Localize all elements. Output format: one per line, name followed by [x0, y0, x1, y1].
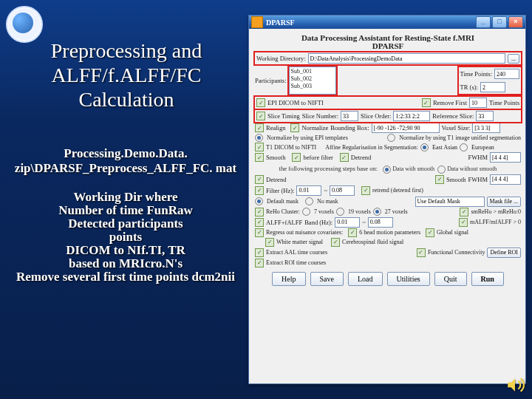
- headmotion-checkbox[interactable]: ✓: [348, 228, 357, 237]
- detrend-checkbox[interactable]: ✓: [340, 153, 349, 162]
- voxel-size-input[interactable]: [472, 123, 500, 133]
- detrend2-checkbox[interactable]: ✓: [255, 175, 264, 184]
- define-roi-button[interactable]: Define ROI: [487, 248, 521, 258]
- working-dir-label: Working Directory:: [256, 55, 306, 62]
- slice-order-input[interactable]: [393, 111, 430, 121]
- fwhm-input[interactable]: [490, 152, 521, 163]
- save-button[interactable]: Save: [310, 272, 344, 286]
- quit-button[interactable]: Quit: [434, 272, 467, 286]
- realign-checkbox[interactable]: ✓: [255, 123, 264, 132]
- filter-retrend-checkbox[interactable]: ✓: [361, 186, 370, 195]
- band-high-input[interactable]: [368, 217, 393, 228]
- filter-checkbox[interactable]: ✓: [255, 186, 264, 195]
- malff-checkbox[interactable]: ✓: [459, 218, 468, 227]
- participants-label: Participants:: [255, 77, 287, 84]
- slide-filepath: Processing.Demo.Data. zip\DPARSF_Preproc…: [7, 146, 244, 176]
- alff-checkbox[interactable]: ✓: [255, 218, 264, 227]
- smooth-checkbox[interactable]: ✓: [255, 153, 264, 162]
- fwhm2-input[interactable]: [490, 174, 521, 185]
- affine-euro-radio[interactable]: [460, 143, 468, 151]
- smooth-before-filter-checkbox[interactable]: ✓: [292, 153, 301, 162]
- regress-checkbox[interactable]: ✓: [255, 228, 264, 237]
- globalsignal-checkbox[interactable]: ✓: [426, 228, 434, 237]
- fc-checkbox[interactable]: ✓: [417, 248, 426, 257]
- reho-19-radio[interactable]: [336, 208, 344, 216]
- base-nosmooth-radio[interactable]: [437, 166, 446, 174]
- aal-checkbox[interactable]: ✓: [255, 248, 264, 257]
- normalize-epi-radio[interactable]: [255, 134, 263, 142]
- matlab-icon: [251, 16, 263, 28]
- working-dir-input[interactable]: [308, 53, 505, 64]
- remove-first-checkbox[interactable]: ✓: [422, 98, 431, 107]
- time-points-label: Time Points:: [460, 70, 492, 78]
- close-button[interactable]: ×: [508, 16, 523, 28]
- tr-label: TR (s):: [460, 83, 478, 91]
- slice-number-input[interactable]: [341, 111, 358, 121]
- base-smooth-radio[interactable]: [383, 166, 391, 174]
- normalize-t1-radio[interactable]: [387, 134, 395, 142]
- audio-icon: [505, 375, 525, 395]
- smooth2-checkbox[interactable]: ✓: [435, 175, 444, 184]
- slice-timing-checkbox[interactable]: ✓: [256, 112, 265, 120]
- window-titlebar: DPARSF _ □ ×: [249, 16, 525, 29]
- reho-7-radio[interactable]: [302, 208, 310, 216]
- load-button[interactable]: Load: [348, 272, 383, 286]
- dparsf-window: DPARSF _ □ × Data Processing Assistant f…: [248, 15, 526, 384]
- band-low-input[interactable]: [335, 217, 360, 228]
- normalize-checkbox[interactable]: ✓: [290, 123, 299, 132]
- extract-roi-checkbox[interactable]: ✓: [255, 259, 264, 267]
- participants-list[interactable]: Sub_001 Sub_002 Sub_003: [289, 66, 336, 95]
- user-mask-input[interactable]: [415, 197, 485, 207]
- reho-checkbox[interactable]: ✓: [255, 208, 264, 216]
- t1-dicom-checkbox[interactable]: ✓: [255, 143, 264, 151]
- separator-text: the following processing steps base on: …: [255, 165, 521, 174]
- csf-checkbox[interactable]: ✓: [331, 238, 340, 247]
- university-logo: [6, 6, 43, 43]
- filter-high-input[interactable]: [330, 185, 355, 196]
- help-button[interactable]: Help: [272, 272, 305, 286]
- bounding-box-input[interactable]: [372, 123, 440, 133]
- whitematter-checkbox[interactable]: ✓: [265, 238, 274, 247]
- run-button[interactable]: Run: [471, 272, 504, 286]
- tr-input[interactable]: [480, 82, 505, 92]
- reference-slice-input[interactable]: [476, 111, 494, 121]
- no-mask-radio[interactable]: [305, 197, 313, 205]
- slide-notes: Working Dir where Number of time FunRaw …: [7, 191, 244, 284]
- epi-dicom-checkbox[interactable]: ✓: [256, 98, 265, 107]
- working-dir-browse-button[interactable]: ...: [508, 54, 519, 64]
- mask-browse-button[interactable]: Mask file ...: [487, 197, 521, 207]
- minimize-button[interactable]: _: [476, 16, 491, 28]
- smreho-checkbox[interactable]: ✓: [460, 208, 468, 216]
- utilities-button[interactable]: Utilities: [387, 272, 430, 286]
- app-subheading: DPARSF: [255, 41, 521, 50]
- reho-27-radio[interactable]: [373, 208, 381, 216]
- slide-title: Preprocessing and ALFF/f.ALFF/FC Calcula…: [15, 38, 238, 112]
- filter-low-input[interactable]: [296, 185, 321, 196]
- maximize-button[interactable]: □: [492, 16, 507, 28]
- affine-east-radio[interactable]: [420, 143, 429, 151]
- remove-first-input[interactable]: [469, 98, 487, 108]
- window-title: DPARSF: [266, 18, 474, 27]
- default-mask-radio[interactable]: [255, 197, 263, 205]
- time-points-input[interactable]: [494, 69, 519, 79]
